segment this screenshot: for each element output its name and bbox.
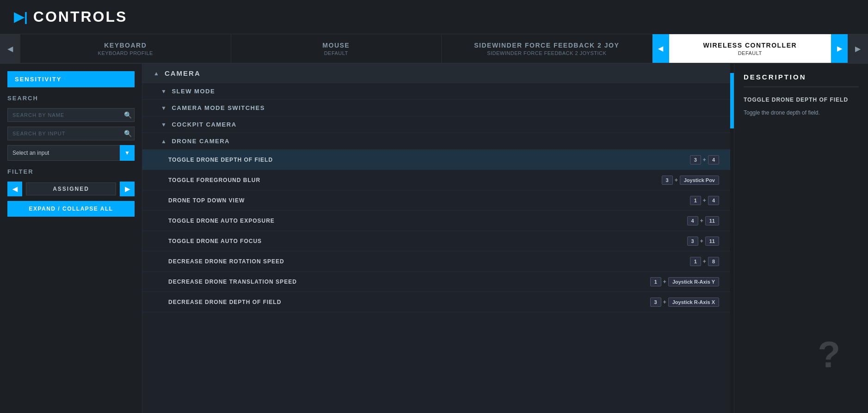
key-plus: + — [663, 299, 666, 305]
category-camera-chevron: ▲ — [154, 70, 160, 77]
select-input-wrapper: Select an input ▼ — [7, 145, 135, 161]
slew-mode-label: SLEW MODE — [172, 88, 215, 95]
binding-toggle-drone-dof[interactable]: TOGGLE DRONE DEPTH OF FIELD 3 + 4 — [142, 150, 730, 170]
key-badge: Joystick Pov — [680, 176, 719, 185]
search-by-input-icon[interactable]: 🔍 — [124, 130, 132, 137]
select-input[interactable]: Select an input — [7, 145, 135, 161]
tab-wireless-prev[interactable]: ◀ — [653, 34, 669, 63]
subcategory-slew-mode[interactable]: ▼ SLEW MODE — [142, 83, 730, 100]
description-action: TOGGLE DRONE DEPTH OF FIELD — [744, 97, 859, 103]
key-badge: 11 — [705, 216, 719, 225]
key-badge: 1 — [690, 257, 701, 266]
binding-decrease-translation-name: DECREASE DRONE TRANSLATION SPEED — [168, 279, 650, 285]
tab-sidewinder-label: SIDEWINDER FORCE FEEDBACK 2 JOY — [474, 42, 619, 49]
key-plus: + — [703, 197, 706, 204]
filter-section-label: FILTER — [7, 168, 135, 175]
binding-toggle-drone-dof-name: TOGGLE DRONE DEPTH OF FIELD — [168, 157, 690, 163]
binding-drone-top-down-name: DRONE TOP DOWN VIEW — [168, 197, 690, 204]
binding-toggle-fg-blur[interactable]: TOGGLE FOREGROUND BLUR 3 + Joystick Pov — [142, 170, 730, 190]
binding-toggle-auto-focus-keys: 3 + 11 — [687, 237, 719, 246]
tab-keyboard-sublabel: KEYBOARD PROFILE — [98, 50, 153, 56]
binding-decrease-translation[interactable]: DECREASE DRONE TRANSLATION SPEED 1 + Joy… — [142, 272, 730, 292]
app-container: ▶| CONTROLS ◀ KEYBOARD KEYBOARD PROFILE … — [0, 0, 868, 413]
drone-camera-label: DRONE CAMERA — [172, 138, 230, 145]
sidebar: SENSITIVITY SEARCH 🔍 🔍 Select an input ▼… — [0, 64, 142, 413]
main-content: SENSITIVITY SEARCH 🔍 🔍 Select an input ▼… — [0, 64, 868, 413]
search-by-input-wrapper: 🔍 — [7, 127, 135, 140]
binding-toggle-auto-focus-name: TOGGLE DRONE AUTO FOCUS — [168, 238, 687, 244]
key-badge: 11 — [705, 237, 719, 246]
binding-decrease-rotation[interactable]: DECREASE DRONE ROTATION SPEED 1 + 8 — [142, 251, 730, 272]
subcategory-cockpit-camera[interactable]: ▼ COCKPIT CAMERA — [142, 116, 730, 133]
tab-mouse[interactable]: MOUSE DEFAULT — [231, 34, 442, 63]
binding-toggle-auto-exposure-keys: 4 + 11 — [687, 216, 719, 225]
key-badge: Joystick R-Axis Y — [668, 277, 719, 286]
tab-wireless-next[interactable]: ▶ — [831, 34, 848, 63]
app-icon: ▶| — [14, 9, 28, 24]
subcategory-drone-camera[interactable]: ▲ DRONE CAMERA — [142, 133, 730, 150]
category-camera[interactable]: ▲ CAMERA — [142, 64, 730, 83]
header: ▶| CONTROLS — [0, 0, 868, 34]
key-badge: 8 — [708, 257, 719, 266]
binding-drone-top-down-keys: 1 + 4 — [690, 196, 719, 205]
tab-wireless-label: WIRELESS CONTROLLER — [703, 42, 797, 49]
search-by-input-input[interactable] — [7, 127, 135, 140]
scroll-track[interactable] — [730, 64, 734, 413]
binding-toggle-auto-exposure-name: TOGGLE DRONE AUTO EXPOSURE — [168, 218, 687, 224]
drone-camera-chevron: ▲ — [161, 138, 167, 145]
filter-next-button[interactable]: ▶ — [120, 182, 135, 196]
slew-mode-chevron: ▼ — [161, 88, 167, 95]
key-plus: + — [663, 279, 666, 285]
key-badge: 3 — [690, 155, 701, 164]
tab-mouse-sublabel: DEFAULT — [324, 50, 348, 56]
bindings-panel[interactable]: ▲ CAMERA ▼ SLEW MODE ▼ CAMERA MODE SWITC… — [142, 64, 730, 413]
key-badge: 4 — [708, 155, 719, 164]
key-badge: 3 — [687, 237, 698, 246]
binding-toggle-auto-focus[interactable]: TOGGLE DRONE AUTO FOCUS 3 + 11 — [142, 231, 730, 251]
scroll-thumb[interactable] — [730, 73, 734, 128]
tab-next-button[interactable]: ▶ — [848, 34, 868, 63]
key-badge: 3 — [650, 298, 661, 307]
binding-decrease-depth[interactable]: DECREASE DRONE DEPTH OF FIELD 3 + Joysti… — [142, 292, 730, 312]
camera-mode-chevron: ▼ — [161, 105, 167, 111]
key-badge: 1 — [650, 277, 661, 286]
binding-decrease-depth-keys: 3 + Joystick R-Axis X — [650, 298, 719, 307]
key-plus: + — [700, 218, 703, 224]
category-camera-label: CAMERA — [165, 69, 201, 77]
binding-drone-top-down[interactable]: DRONE TOP DOWN VIEW 1 + 4 — [142, 190, 730, 211]
tab-prev-button[interactable]: ◀ — [0, 34, 20, 63]
sensitivity-button[interactable]: SENSITIVITY — [7, 71, 135, 87]
key-plus: + — [700, 238, 703, 244]
tab-wireless-sublabel: DEFAULT — [738, 50, 762, 56]
tab-keyboard[interactable]: KEYBOARD KEYBOARD PROFILE — [20, 34, 231, 63]
search-by-name-icon[interactable]: 🔍 — [124, 111, 132, 119]
tab-wireless[interactable]: ◀ WIRELESS CONTROLLER DEFAULT ▶ — [653, 34, 848, 63]
binding-toggle-fg-blur-keys: 3 + Joystick Pov — [662, 176, 719, 185]
key-plus: + — [703, 258, 706, 265]
camera-mode-label: CAMERA MODE SWITCHES — [172, 104, 265, 111]
tab-sidewinder[interactable]: SIDEWINDER FORCE FEEDBACK 2 JOY SIDEWIND… — [442, 34, 653, 63]
tab-mouse-label: MOUSE — [322, 42, 350, 49]
content-area: ▲ CAMERA ▼ SLEW MODE ▼ CAMERA MODE SWITC… — [142, 64, 868, 413]
cockpit-camera-label: COCKPIT CAMERA — [172, 121, 236, 128]
key-badge: 4 — [687, 216, 698, 225]
page-title: CONTROLS — [33, 8, 128, 25]
filter-prev-button[interactable]: ◀ — [7, 182, 22, 196]
binding-toggle-drone-dof-keys: 3 + 4 — [690, 155, 719, 164]
description-title: DESCRIPTION — [744, 73, 859, 87]
tab-bar: ◀ KEYBOARD KEYBOARD PROFILE MOUSE DEFAUL… — [0, 34, 868, 64]
expand-collapse-button[interactable]: EXPAND / COLLAPSE ALL — [7, 201, 135, 217]
search-by-name-input[interactable] — [7, 108, 135, 122]
binding-decrease-rotation-name: DECREASE DRONE ROTATION SPEED — [168, 258, 690, 265]
tab-keyboard-label: KEYBOARD — [104, 42, 147, 49]
key-badge: 4 — [708, 196, 719, 205]
tab-sidewinder-sublabel: SIDEWINDER FORCE FEEDBACK 2 JOYSTICK — [487, 50, 606, 56]
key-badge: 3 — [662, 176, 673, 185]
key-plus: + — [703, 157, 706, 163]
binding-decrease-translation-keys: 1 + Joystick R-Axis Y — [650, 277, 719, 286]
binding-decrease-rotation-keys: 1 + 8 — [690, 257, 719, 266]
search-by-name-wrapper: 🔍 — [7, 108, 135, 122]
binding-toggle-fg-blur-name: TOGGLE FOREGROUND BLUR — [168, 177, 662, 183]
subcategory-camera-mode-switches[interactable]: ▼ CAMERA MODE SWITCHES — [142, 100, 730, 116]
binding-toggle-auto-exposure[interactable]: TOGGLE DRONE AUTO EXPOSURE 4 + 11 — [142, 211, 730, 231]
